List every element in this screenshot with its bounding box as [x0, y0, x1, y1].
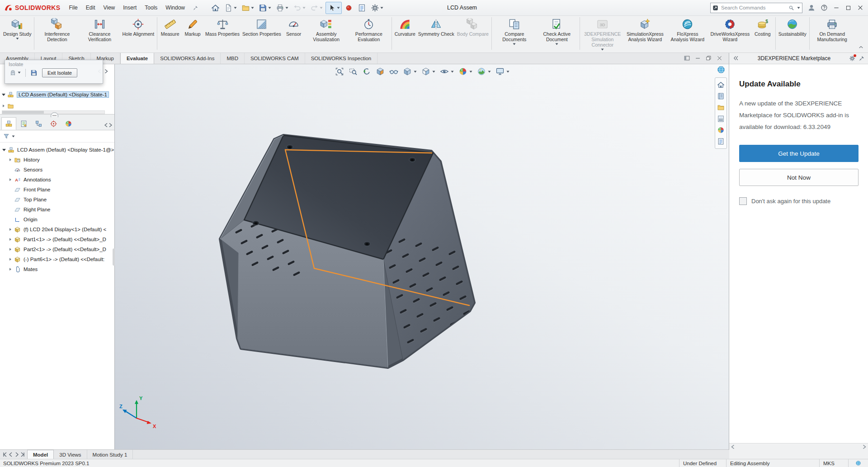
task-pane-scrollbar[interactable]	[729, 443, 868, 450]
maximize-button[interactable]	[845, 5, 852, 11]
doc-tab-3d-views[interactable]: 3D Views	[54, 450, 87, 459]
expand-arrow-icon[interactable]	[8, 267, 13, 272]
dropdown-caret[interactable]	[469, 71, 472, 73]
scroll-last-button[interactable]	[20, 451, 25, 458]
tree-item-part6-1-default-default[interactable]: (-) Part6<1> -> (Default) <<Default:	[0, 254, 114, 264]
tree-item-mates[interactable]: Mates	[0, 264, 114, 274]
ribbon-compare-documents[interactable]: Compare Documents	[493, 16, 536, 51]
print-button[interactable]	[274, 2, 290, 14]
search-input[interactable]	[720, 5, 787, 11]
zoom-to-area-button[interactable]	[348, 66, 359, 77]
previous-view-button[interactable]	[361, 66, 372, 77]
tree-item-part2-1-default-default-d[interactable]: Part2<1> -> (Default) <<Default>_D	[0, 244, 114, 254]
unit-system[interactable]: MKS	[819, 459, 848, 467]
manager-tab-propertymanager[interactable]	[16, 117, 31, 130]
ribbon-costing[interactable]: $Costing	[751, 16, 774, 51]
dropdown-caret[interactable]	[601, 48, 604, 51]
dropdown-caret[interactable]	[268, 7, 271, 9]
close-document-button[interactable]	[716, 55, 723, 62]
ribbon-interference-detection[interactable]: Interference Detection	[36, 16, 78, 51]
expand-arrow-icon[interactable]	[8, 227, 13, 232]
web-help-globe-icon[interactable]	[848, 459, 868, 467]
menu-pin-icon[interactable]	[193, 5, 198, 11]
dropdown-caret[interactable]	[488, 71, 491, 73]
dropdown-caret[interactable]	[555, 43, 558, 45]
graphics-area[interactable]: YZX	[115, 64, 729, 450]
menu-edit[interactable]: Edit	[82, 0, 99, 15]
tree-item-f-lcd-20x4-display-1-default[interactable]: (f) LCD 20x4 Display<1> (Default) <	[0, 224, 114, 234]
tab-mbd[interactable]: MBD	[221, 52, 245, 64]
undo-button[interactable]	[291, 2, 307, 14]
ribbon-sustainability[interactable]: Sustainability	[777, 16, 808, 51]
restore-document-button[interactable]	[705, 55, 712, 62]
tree-item-history[interactable]: History	[0, 155, 114, 165]
ribbon-clearance-verification[interactable]: Clearance Verification	[78, 16, 121, 51]
dropdown-caret[interactable]	[320, 7, 323, 9]
design-library-button[interactable]	[717, 92, 725, 100]
dropdown-caret[interactable]	[506, 71, 509, 73]
expand-arrow-icon[interactable]	[1, 104, 6, 109]
expand-arrow-icon[interactable]	[1, 92, 6, 97]
ribbon-measure[interactable]: Measure	[159, 16, 181, 51]
manager-tab-displaymanager[interactable]	[61, 117, 76, 130]
new-document-button[interactable]	[222, 2, 239, 14]
dropdown-caret[interactable]	[414, 71, 417, 73]
redo-button[interactable]	[308, 2, 325, 14]
expand-arrow-icon[interactable]	[8, 177, 13, 182]
tree-item-root[interactable]: LCD Assem (Default) <Display State-1@>	[0, 145, 114, 155]
ribbon-performance-evaluation[interactable]: Performance Evaluation	[348, 16, 390, 51]
ribbon-3dexperience-simulation-connector[interactable]: 3D3DEXPERIENCE Simulation Connector	[581, 16, 624, 51]
isolate-transparency-button[interactable]	[8, 68, 22, 77]
ribbon-mass-properties[interactable]: Mass Properties	[204, 16, 241, 51]
ribbon-on-demand-manufacturing[interactable]: On Demand Manufacturing	[811, 16, 854, 51]
dropdown-caret[interactable]	[16, 38, 19, 40]
toolbox-button[interactable]	[717, 115, 725, 123]
tree-item-part1-1-default-default-d[interactable]: Part1<1> -> (Default) <<Default>_D	[0, 234, 114, 244]
tree-item-top-plane[interactable]: Top Plane	[0, 195, 114, 205]
tab-solidworks-cam[interactable]: SOLIDWORKS CAM	[245, 52, 305, 64]
expand-arrow-icon[interactable]	[8, 257, 13, 262]
dropdown-caret[interactable]	[337, 7, 340, 9]
dropdown-caret[interactable]	[451, 71, 454, 73]
collapse-pane-button[interactable]	[732, 55, 739, 62]
scroll-first-button[interactable]	[2, 451, 7, 458]
tree-item-right-plane[interactable]: Right Plane	[0, 205, 114, 214]
tab-solidworks-inspection[interactable]: SOLIDWORKS Inspection	[305, 52, 378, 64]
dropdown-caret[interactable]	[380, 7, 383, 9]
scroll-next-button[interactable]	[14, 451, 19, 458]
tree-item-annotations[interactable]: AAnnotations	[0, 175, 114, 185]
dropdown-caret[interactable]	[251, 7, 254, 9]
ribbon-curvature[interactable]: Curvature	[393, 16, 417, 51]
menu-file[interactable]: File	[65, 0, 81, 15]
dropdown-caret[interactable]	[285, 7, 288, 9]
pin-pane-icon[interactable]	[859, 55, 865, 62]
display-style-button[interactable]	[420, 66, 436, 77]
ribbon-simulationxpress-analysis-wizard[interactable]: SimulationXpress Analysis Wizard	[624, 16, 666, 51]
minimize-document-button[interactable]	[694, 55, 701, 62]
zoom-to-fit-button[interactable]	[334, 66, 345, 77]
file-properties-button[interactable]	[356, 2, 368, 14]
dropdown-caret[interactable]	[432, 71, 435, 73]
welcome-3dexperience-button[interactable]	[717, 65, 726, 74]
isolate-caret[interactable]	[18, 71, 21, 74]
lcd-assembly-model[interactable]	[115, 64, 729, 450]
ribbon-assembly-visualization[interactable]: Assembly Visualization	[305, 16, 348, 51]
minimize-button[interactable]	[833, 4, 840, 11]
dropdown-caret[interactable]	[234, 7, 237, 9]
help-button[interactable]	[821, 4, 828, 11]
ribbon-design-study[interactable]: Design Study	[2, 16, 33, 51]
ribbon-symmetry-check[interactable]: Symmetry Check	[417, 16, 456, 51]
ribbon-markup[interactable]: Markup	[181, 16, 204, 51]
doc-tab-model[interactable]: Model	[27, 450, 54, 459]
manager-tab-featuremanager[interactable]	[1, 117, 16, 130]
ribbon-section-properties[interactable]: Section Properties	[241, 16, 283, 51]
doc-tab-motion-study-1[interactable]: Motion Study 1	[87, 450, 133, 459]
view-settings-button[interactable]	[495, 66, 510, 77]
dock-pane-button[interactable]	[684, 55, 690, 62]
filter-caret[interactable]	[12, 135, 15, 138]
expand-arrow-icon[interactable]	[8, 247, 13, 252]
tree-item-partial[interactable]	[1, 101, 17, 111]
get-update-button[interactable]: Get the Update	[739, 145, 859, 162]
tab-strip-arrows[interactable]	[104, 123, 114, 130]
tree-item-root-mini[interactable]: LCD Assem (Default) <Display State-1	[1, 90, 113, 100]
